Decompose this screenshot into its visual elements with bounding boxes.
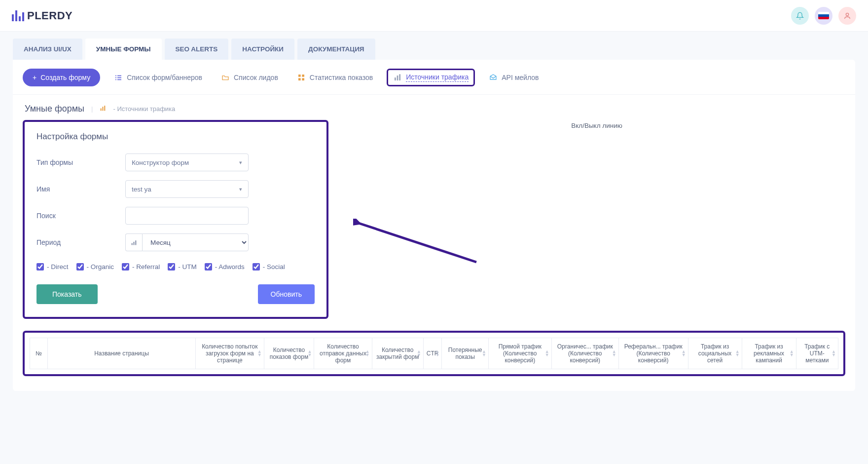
subnav-label: Список лидов — [234, 74, 278, 81]
results-table-wrap: № Название страницы Количество попыток з… — [23, 331, 845, 376]
check-referral[interactable]: - Referral — [122, 263, 160, 271]
subnav-list-leads[interactable]: Список лидов — [216, 70, 283, 85]
mail-icon — [489, 73, 498, 82]
logo-bars-icon — [12, 10, 24, 21]
grid-icon — [297, 73, 306, 82]
chevron-down-icon: ▾ — [239, 186, 242, 193]
svg-rect-10 — [302, 78, 304, 80]
logo[interactable]: PLERDY — [12, 9, 72, 22]
language-flag[interactable] — [815, 7, 832, 25]
svg-rect-9 — [298, 78, 301, 80]
row-form-type: Тип формы Конструктор форм ▾ — [36, 154, 315, 171]
svg-line-20 — [357, 223, 476, 262]
th-lost[interactable]: Потерянные показы▲▼ — [442, 338, 488, 369]
page-title: Умные формы — [25, 104, 84, 114]
config-area: Настройка формы Тип формы Конструктор фо… — [13, 120, 855, 319]
tab-docs[interactable]: ДОКУМЕНТАЦИЯ — [297, 39, 375, 60]
check-utm[interactable]: - UTM — [168, 263, 197, 271]
signal-icon — [125, 233, 142, 251]
plus-icon: + — [33, 74, 36, 81]
row-search: Поиск — [36, 207, 315, 225]
chevron-down-icon: ▾ — [239, 159, 242, 166]
th-page-name[interactable]: Название страницы — [48, 338, 196, 369]
subnav-stats[interactable]: Статистика показов — [292, 70, 378, 85]
svg-rect-8 — [302, 75, 304, 77]
check-organic[interactable]: - Organic — [76, 263, 114, 271]
svg-point-0 — [846, 13, 848, 15]
user-avatar[interactable] — [838, 7, 856, 25]
th-referral[interactable]: Реферальн... трафик (Количество конверси… — [618, 338, 688, 369]
th-submits[interactable]: Количество отправок данных форм▲▼ — [314, 338, 372, 369]
form-config-panel: Настройка формы Тип формы Конструктор фо… — [23, 120, 328, 319]
th-organic[interactable]: Органичес... трафик (Количество конверси… — [551, 338, 618, 369]
th-ads[interactable]: Трафик из рекламных кампаний▲▼ — [742, 338, 796, 369]
th-direct[interactable]: Прямой трафик (Количество конверсий)▲▼ — [488, 338, 551, 369]
svg-rect-7 — [298, 75, 301, 77]
svg-rect-13 — [399, 74, 401, 80]
checkbox[interactable] — [76, 263, 84, 271]
results-table: № Название страницы Количество попыток з… — [30, 338, 838, 369]
show-button[interactable]: Показать — [36, 284, 98, 304]
search-input[interactable] — [125, 207, 249, 225]
breadcrumb-trail: - Источники трафика — [113, 105, 175, 113]
svg-rect-6 — [117, 79, 121, 80]
subnav-label: Источники трафика — [406, 73, 469, 82]
svg-rect-15 — [103, 107, 104, 111]
select-value: Конструктор форм — [132, 159, 189, 166]
tab-smart-forms[interactable]: УМНЫЕ ФОРМЫ — [85, 39, 162, 60]
th-utm[interactable]: Трафик с UTM-метками▲▼ — [796, 338, 838, 369]
brand-text: PLERDY — [27, 9, 72, 22]
checkbox[interactable] — [253, 263, 260, 271]
create-form-button[interactable]: + Создать форму — [23, 69, 100, 86]
tab-analysis[interactable]: АНАЛИЗ UI/UX — [13, 39, 82, 60]
select-value: test ya — [132, 186, 151, 193]
breadcrumb: Умные формы | - Источники трафика — [13, 95, 855, 120]
bell-icon[interactable] — [791, 7, 809, 25]
panel-buttons: Показать Обновить — [36, 284, 315, 304]
th-impressions[interactable]: Количество показов форм▲▼ — [264, 338, 314, 369]
legend-title: Вкл/Выкл линию — [348, 122, 845, 129]
checkbox[interactable] — [205, 263, 212, 271]
panel-title: Настройка формы — [36, 132, 315, 142]
svg-rect-3 — [115, 79, 116, 80]
label-form-type: Тип формы — [36, 158, 125, 166]
svg-rect-17 — [132, 243, 133, 245]
checkbox[interactable] — [36, 263, 44, 271]
main: АНАЛИЗ UI/UX УМНЫЕ ФОРМЫ SEO ALERTS НАСТ… — [0, 32, 868, 464]
check-social[interactable]: - Social — [253, 263, 285, 271]
select-period[interactable]: Месяц — [142, 233, 249, 251]
subnav-list-forms[interactable]: Список форм/баннеров — [109, 70, 207, 85]
tab-settings[interactable]: НАСТРОЙКИ — [231, 39, 294, 60]
subnav-api[interactable]: API мейлов — [484, 70, 543, 85]
subnav-traffic-sources[interactable]: Источники трафика — [387, 69, 475, 86]
bars-icon — [393, 73, 402, 82]
th-load-attempts[interactable]: Количество попыток загрузок форм на стра… — [196, 338, 264, 369]
subnav-label: Список форм/баннеров — [127, 74, 202, 81]
list-icon — [114, 73, 123, 82]
right-pane: Вкл/Выкл линию — [348, 120, 845, 129]
th-ctr[interactable]: CTR▲▼ — [423, 338, 442, 369]
th-number[interactable]: № — [30, 338, 48, 369]
subnav: + Создать форму Список форм/баннеров Спи… — [13, 69, 855, 95]
tab-seo-alerts[interactable]: SEO ALERTS — [165, 39, 229, 60]
checkbox[interactable] — [122, 263, 129, 271]
subnav-label: Статистика показов — [310, 74, 373, 81]
th-social[interactable]: Трафик из социальных сетей▲▼ — [688, 338, 742, 369]
select-name[interactable]: test ya ▾ — [125, 180, 249, 198]
svg-rect-16 — [105, 106, 106, 111]
check-direct[interactable]: - Direct — [36, 263, 69, 271]
arrow-annotation — [353, 219, 481, 268]
svg-rect-1 — [115, 75, 116, 76]
th-closes[interactable]: Количество закрытий форм▲▼ — [372, 338, 423, 369]
update-button[interactable]: Обновить — [258, 284, 315, 304]
svg-rect-14 — [101, 108, 102, 111]
check-adwords[interactable]: - Adwords — [205, 263, 245, 271]
svg-rect-19 — [135, 240, 136, 245]
topbar-actions — [791, 7, 856, 25]
select-form-type[interactable]: Конструктор форм ▾ — [125, 154, 249, 171]
create-label: Создать форму — [40, 74, 90, 81]
source-checkboxes: - Direct - Organic - Referral - UTM - Ad… — [36, 263, 315, 271]
checkbox[interactable] — [168, 263, 175, 271]
label-search: Поиск — [36, 212, 125, 220]
subnav-label: API мейлов — [502, 74, 539, 81]
